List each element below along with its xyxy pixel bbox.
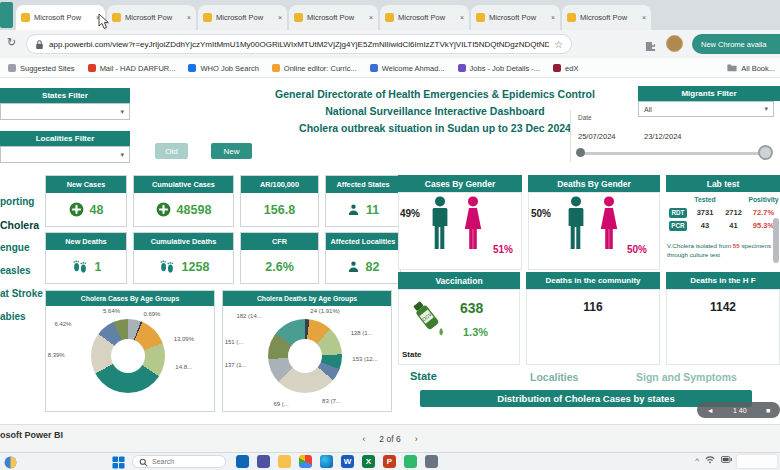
- bookmark-item[interactable]: Welcome Ahmad...: [370, 64, 445, 73]
- donut-label: 69 (...: [273, 401, 288, 407]
- browser-tab[interactable]: Microsoft Pow ×: [16, 5, 105, 30]
- bookmark-item[interactable]: Mail - HAD DARFUR...: [88, 64, 176, 73]
- tray-chevron-icon[interactable]: ^: [695, 456, 699, 465]
- bookmark-item[interactable]: WHO Job Search: [188, 64, 258, 73]
- deaths-by-gender-header: Deaths By Gender: [528, 175, 660, 192]
- system-tray[interactable]: ^: [695, 455, 732, 466]
- browser-tab[interactable]: Microsoft Pow ×: [107, 5, 196, 30]
- divider: [570, 110, 571, 162]
- tab-state[interactable]: State: [410, 370, 437, 382]
- date-end-value[interactable]: 23/12/2024: [644, 132, 682, 141]
- media-stop-icon[interactable]: ■: [766, 407, 770, 414]
- taskbar-app-icon[interactable]: [257, 455, 270, 468]
- taskbar-app-icon[interactable]: [236, 455, 249, 468]
- widgets-icon[interactable]: [4, 455, 17, 468]
- tab-favicon-powerbi-icon: [385, 13, 394, 22]
- tab-localities[interactable]: Localities: [530, 371, 578, 383]
- disease-nav-item[interactable]: engue: [0, 242, 46, 265]
- bookmark-item[interactable]: Online editor: Curric...: [272, 64, 357, 73]
- disease-nav-item[interactable]: easles: [0, 265, 46, 288]
- scrollbar-thumb[interactable]: [773, 218, 779, 263]
- taskbar-app-icon[interactable]: W: [341, 455, 354, 468]
- bookmark-item[interactable]: Jobs - Job Details -...: [458, 64, 540, 73]
- disease-nav: porting Cholera engue easles at Stroke a…: [0, 196, 46, 334]
- kpi-card[interactable]: CFR 2.6%: [240, 232, 319, 284]
- kpi-card[interactable]: Affected States 11: [325, 175, 401, 227]
- start-button-icon[interactable]: [112, 455, 125, 468]
- next-page-icon[interactable]: ›: [415, 434, 418, 444]
- date-slider-handle-start[interactable]: [576, 148, 585, 157]
- taskbar-app-icon[interactable]: P: [383, 455, 396, 468]
- female-pictogram-icon: [462, 195, 484, 253]
- kpi-icon: [156, 202, 171, 217]
- migrants-filter-dropdown[interactable]: All ▾: [638, 101, 774, 117]
- tab-close-icon[interactable]: ×: [187, 14, 191, 21]
- media-rewind-icon[interactable]: ◄: [707, 407, 714, 414]
- disease-nav-item[interactable]: at Stroke: [0, 288, 46, 311]
- kpi-card[interactable]: Affected Localities 82: [325, 232, 401, 284]
- tab-close-icon[interactable]: ×: [551, 14, 555, 21]
- media-label: 1 40: [733, 407, 747, 414]
- disease-nav-item[interactable]: abies: [0, 311, 46, 334]
- date-slider-handle-end[interactable]: [758, 145, 773, 160]
- browser-tab[interactable]: Microsoft Pow ×: [198, 5, 287, 30]
- tab-title: Microsoft Pow: [216, 13, 274, 22]
- taskbar-app-icon[interactable]: [425, 455, 438, 468]
- folder-icon: [727, 63, 737, 74]
- taskbar-app-icon[interactable]: [320, 455, 333, 468]
- taskbar-app-icon[interactable]: X: [362, 455, 375, 468]
- kpi-icon: [347, 259, 360, 274]
- kpi-grid: New Cases 48 Cumulative Cases 48598: [45, 175, 401, 284]
- kpi-card[interactable]: AR/100,000 156.8: [240, 175, 319, 227]
- taskbar-app-icon[interactable]: [404, 455, 417, 468]
- tab-title: Microsoft Pow: [398, 13, 456, 22]
- browser-tab[interactable]: Microsoft Pow ×: [380, 5, 469, 30]
- refresh-icon[interactable]: ↻: [7, 36, 16, 49]
- browser-tab[interactable]: Microsoft Pow ×: [562, 5, 651, 30]
- deaths-by-age-chart[interactable]: Cholera Deaths by Age Groups 24 (1.91%)1…: [222, 290, 392, 412]
- tab-sign-and-symptoms[interactable]: Sign and Symptoms: [636, 371, 737, 383]
- disease-nav-item[interactable]: porting: [0, 196, 46, 219]
- cases-by-gender-panel[interactable]: [398, 192, 522, 270]
- browser-tab[interactable]: Microsoft Pow ×: [289, 5, 378, 30]
- deaths-by-gender-panel[interactable]: [528, 192, 660, 270]
- vaccine-bottle-icon: OCV: [402, 292, 452, 342]
- profile-avatar[interactable]: [666, 35, 683, 52]
- bookmark-item[interactable]: edX: [553, 64, 578, 73]
- taskbar-app-icon[interactable]: [299, 455, 312, 468]
- states-filter-dropdown[interactable]: ▾: [0, 103, 130, 120]
- extensions-icon[interactable]: [645, 38, 656, 56]
- search-input[interactable]: [152, 458, 212, 465]
- donut-label: 153 (12...: [352, 356, 377, 362]
- tab-close-icon[interactable]: ×: [460, 14, 464, 21]
- localities-filter-dropdown[interactable]: ▾: [0, 146, 130, 163]
- taskbar-search[interactable]: [132, 455, 226, 468]
- tab-close-icon[interactable]: ×: [369, 14, 373, 21]
- kpi-card[interactable]: Cumulative Deaths 1258: [133, 232, 234, 284]
- donut-label: 137 (1...: [225, 362, 247, 368]
- window-corner-accent: [0, 2, 13, 28]
- prev-page-icon[interactable]: ‹: [363, 434, 366, 444]
- chrome-update-button[interactable]: New Chrome availa: [692, 34, 780, 54]
- taskbar-app-icon[interactable]: [278, 455, 291, 468]
- cases-by-age-chart[interactable]: Cholera Cases By Age Groups 5.64%0.69%6.…: [45, 290, 215, 412]
- kpi-icon: [71, 259, 89, 274]
- date-slider-track[interactable]: [580, 152, 768, 155]
- kpi-card[interactable]: Cumulative Cases 48598: [133, 175, 234, 227]
- browser-tab[interactable]: Microsoft Pow ×: [471, 5, 560, 30]
- tab-close-icon[interactable]: ×: [278, 14, 282, 21]
- new-dashboard-button[interactable]: New: [211, 143, 252, 159]
- date-start-value[interactable]: 25/07/2024: [578, 132, 616, 141]
- lab-test-table[interactable]: Tested Positivity RDT 3731 2712 72.7% PC…: [666, 193, 780, 232]
- bookmarks-overflow[interactable]: All Book...: [727, 58, 775, 78]
- kpi-card[interactable]: New Deaths 1: [45, 232, 127, 284]
- disease-nav-item[interactable]: Cholera: [0, 219, 46, 242]
- tab-close-icon[interactable]: ×: [642, 14, 646, 21]
- taskbar-clock-blurred[interactable]: [737, 455, 777, 468]
- old-dashboard-button[interactable]: Old: [155, 143, 188, 159]
- donut-label: 13.09%: [174, 336, 194, 342]
- bookmark-item[interactable]: Suggested Sites: [8, 64, 75, 73]
- bookmark-star-icon[interactable]: ☆: [554, 39, 563, 50]
- kpi-card[interactable]: New Cases 48: [45, 175, 127, 227]
- url-bar[interactable]: app.powerbi.com/view?r=eyJrIjoiZDdhYjczY…: [26, 34, 572, 54]
